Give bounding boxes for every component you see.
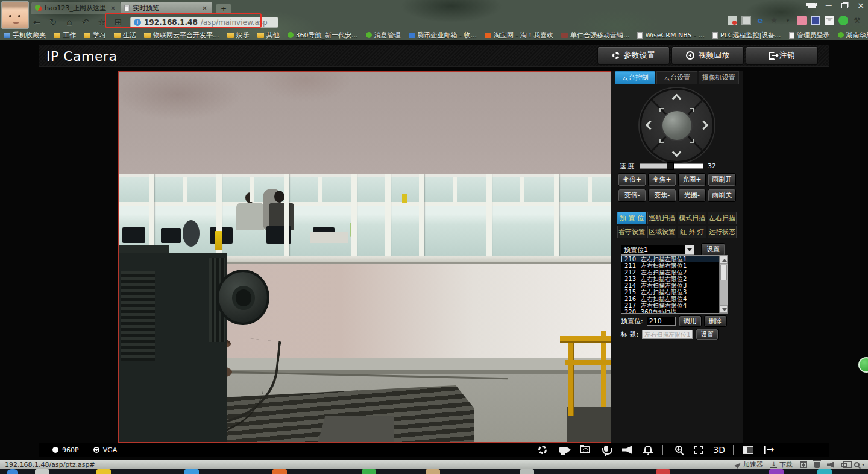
add-box-icon[interactable] bbox=[800, 461, 807, 468]
trash-icon[interactable] bbox=[814, 462, 820, 468]
tab-guard-settings[interactable]: 看守设置 bbox=[617, 226, 646, 238]
scroll-down-icon[interactable] bbox=[720, 305, 728, 313]
accelerator-button[interactable]: 加速器 bbox=[736, 460, 763, 469]
record-icon[interactable] bbox=[557, 443, 570, 457]
playback-button[interactable]: 视频回放 bbox=[671, 46, 744, 65]
preset-delete-button[interactable]: 删除 bbox=[705, 316, 726, 326]
tab-pan-scan[interactable]: 左右扫描 bbox=[708, 212, 737, 224]
taskbar-app[interactable] bbox=[520, 469, 534, 474]
ptz-direction-pad[interactable] bbox=[640, 88, 714, 163]
list-item[interactable]: 212左右扫描左限位2 bbox=[621, 269, 719, 276]
pink-app-icon[interactable] bbox=[797, 16, 807, 25]
refresh-icon[interactable]: ↻ bbox=[48, 17, 58, 28]
windows-stack-icon[interactable] bbox=[841, 463, 847, 467]
preset-list[interactable]: 210左右扫描左限位1 211左右扫描右限位1 212左右扫描左限位2 213左… bbox=[621, 255, 728, 314]
resolution-vga[interactable]: VGA bbox=[93, 446, 118, 454]
speaker-icon[interactable] bbox=[620, 443, 634, 457]
snapshot-icon[interactable] bbox=[578, 443, 591, 457]
zoom-in-button[interactable]: 变倍+ bbox=[618, 174, 646, 186]
tab-preset[interactable]: 预 置 位 bbox=[617, 212, 646, 224]
bookmark-item[interactable]: 手机收藏夹 bbox=[4, 31, 46, 40]
list-item[interactable]: 220360自动扫描 bbox=[621, 309, 719, 313]
tab-cruise-scan[interactable]: 巡航扫描 bbox=[647, 212, 676, 224]
taskbar-app[interactable] bbox=[35, 469, 49, 474]
tab-ptz-control[interactable]: 云台控制 bbox=[615, 71, 655, 84]
focus-in-button[interactable]: 变焦+ bbox=[649, 174, 676, 186]
address-bar[interactable]: + 192.168.1.48/asp/mainview.asp bbox=[130, 17, 278, 28]
tab-close-icon[interactable]: × bbox=[109, 4, 117, 12]
title-input[interactable] bbox=[642, 330, 693, 339]
bookmark-item[interactable]: 腾讯企业邮箱 - 收... bbox=[409, 31, 477, 40]
list-item[interactable]: 210左右扫描左限位1 bbox=[621, 256, 719, 262]
bookmark-item[interactable]: 淘宝网 - 淘！我喜欢 bbox=[485, 31, 553, 40]
bookmark-item[interactable]: 消息管理 bbox=[366, 31, 401, 40]
speed-slider-handle[interactable] bbox=[667, 162, 674, 170]
preset-set-button[interactable]: 设置 bbox=[702, 244, 725, 256]
download-button[interactable]: ↓ 下载 bbox=[770, 460, 793, 469]
wechat-icon[interactable] bbox=[838, 16, 848, 25]
iris-open-button[interactable]: 光圈+ bbox=[679, 174, 706, 186]
bookmark-item[interactable]: 湖南华辰智通科技.. bbox=[838, 31, 868, 40]
ptz-center-knob[interactable] bbox=[661, 110, 693, 141]
ext-dropdown-icon[interactable]: ▾ bbox=[783, 16, 793, 25]
preset-number-input[interactable] bbox=[647, 317, 676, 326]
chevron-down-icon[interactable] bbox=[685, 245, 694, 254]
list-item[interactable]: 214左右扫描左限位3 bbox=[621, 282, 719, 289]
restore-icon[interactable] bbox=[841, 3, 848, 8]
digital-zoom-icon[interactable] bbox=[671, 443, 684, 457]
home-icon[interactable]: ⌂ bbox=[64, 17, 75, 28]
ptz-up-right-button[interactable] bbox=[690, 108, 694, 112]
ptz-right-button[interactable] bbox=[699, 121, 709, 130]
ie-mode-icon[interactable]: e bbox=[755, 16, 765, 25]
tab-close-icon[interactable]: × bbox=[201, 4, 209, 12]
bookmark-item[interactable]: 其他 bbox=[257, 31, 280, 40]
zoom-out-button[interactable]: 变倍- bbox=[618, 189, 646, 201]
ptz-down-right-button[interactable] bbox=[690, 139, 694, 143]
close-icon[interactable]: × bbox=[857, 2, 864, 9]
bookmark-item[interactable]: 工作 bbox=[54, 31, 76, 40]
ptz-left-button[interactable] bbox=[646, 121, 655, 130]
bookmark-item[interactable]: WiseCRM NBS - ... bbox=[637, 31, 705, 39]
radio-icon[interactable] bbox=[52, 447, 58, 453]
microphone-icon[interactable] bbox=[599, 443, 612, 457]
site-plus-icon[interactable]: + bbox=[134, 19, 141, 26]
user-avatar[interactable] bbox=[1, 1, 29, 29]
minimize-icon[interactable]: — bbox=[825, 2, 832, 8]
taskbar-app[interactable] bbox=[817, 469, 832, 474]
radio-selected-icon[interactable] bbox=[93, 447, 99, 453]
tab-run-status[interactable]: 运行状态 bbox=[708, 226, 737, 238]
ptz-up-button[interactable] bbox=[672, 94, 682, 104]
live-video-feed[interactable] bbox=[118, 71, 611, 443]
bookmark-item[interactable]: 生活 bbox=[114, 31, 136, 40]
taskbar-app[interactable] bbox=[362, 469, 376, 474]
mail-icon[interactable] bbox=[825, 16, 834, 25]
apps-grid-icon[interactable]: ⊞ bbox=[113, 17, 124, 28]
floating-badge[interactable] bbox=[858, 357, 868, 373]
tab-area-settings[interactable]: 区域设置 bbox=[647, 226, 676, 238]
zoom-menu[interactable]: ▾ bbox=[854, 462, 864, 467]
qr-app-icon[interactable] bbox=[811, 16, 820, 25]
alarm-bell-icon[interactable] bbox=[641, 443, 655, 457]
ptz-up-left-button[interactable] bbox=[659, 108, 664, 112]
screenshot-ext-icon[interactable] bbox=[728, 16, 737, 25]
start-orb[interactable] bbox=[7, 469, 18, 474]
tab-pattern-scan[interactable]: 模式扫描 bbox=[678, 212, 706, 224]
bookmark-item[interactable]: 单仁合强移动营销... bbox=[561, 31, 630, 40]
speed-slider[interactable] bbox=[640, 163, 703, 169]
wiper-on-button[interactable]: 雨刷开 bbox=[708, 174, 735, 186]
list-scrollbar[interactable] bbox=[719, 256, 728, 313]
settings-button[interactable]: 参数设置 bbox=[597, 46, 670, 65]
bookmark-item[interactable]: 物联网云平台开发平... bbox=[144, 31, 219, 40]
list-item[interactable]: 215左右扫描右限位3 bbox=[621, 289, 719, 295]
preset-call-button[interactable]: 调用 bbox=[679, 316, 701, 326]
image-ext-icon[interactable] bbox=[741, 16, 751, 25]
title-set-button[interactable]: 设置 bbox=[696, 329, 718, 340]
taskbar-app[interactable] bbox=[184, 469, 199, 474]
resolution-960p[interactable]: 960P bbox=[52, 446, 79, 454]
list-item[interactable]: 213左右扫描右限位2 bbox=[621, 276, 719, 282]
settings-gear-icon[interactable] bbox=[536, 443, 549, 457]
wrench-menu-icon[interactable]: ⚒ bbox=[852, 16, 862, 25]
expand-panel-icon[interactable]: ← bbox=[763, 443, 776, 457]
iris-close-button[interactable]: 光圈- bbox=[679, 189, 706, 201]
taskbar-app[interactable] bbox=[272, 469, 287, 474]
